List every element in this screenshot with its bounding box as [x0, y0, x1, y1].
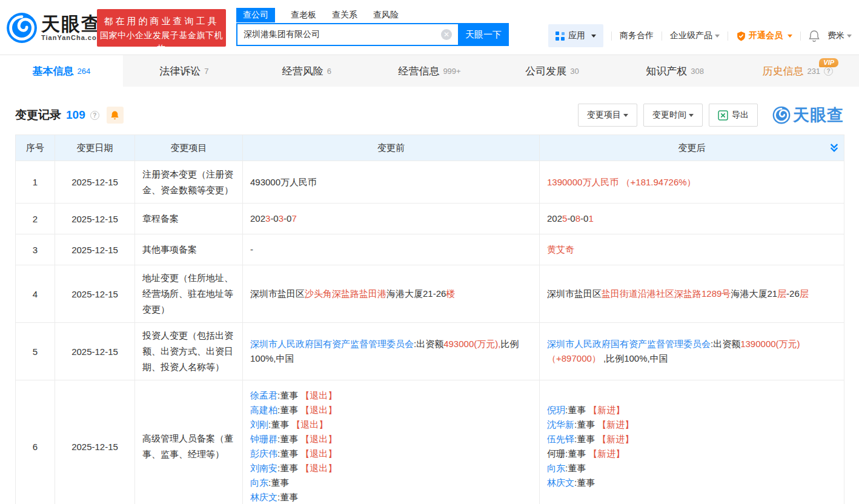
highlighted-text: 1 [588, 213, 593, 224]
search-module: 查公司 查老板 查关系 查风险 ✕ 天眼一下 [236, 7, 509, 46]
crown-icon [736, 31, 746, 41]
nav-cooperation[interactable]: 商务合作 [620, 30, 654, 41]
open-vip-button[interactable]: 开通会员 [736, 30, 792, 41]
page: 天眼查 TianYanCha.com 都在用的商业查询工具 国家中小企业发展子基… [0, 0, 859, 504]
filter-change-item-button[interactable]: 变更项目 [578, 104, 637, 127]
entity-link[interactable]: 彭庆伟 [250, 448, 277, 459]
monitor-bell-button[interactable] [107, 107, 124, 124]
logo-text-en: TianYanCha.com [41, 34, 103, 41]
after-line: 1390000万人民币 （+181.94726%） [547, 175, 837, 190]
change-date: 2025-12-15 [55, 161, 135, 204]
logo-swirl-icon [6, 12, 38, 44]
tianyancha-logo[interactable]: 天眼查 TianYanCha.com [6, 12, 103, 44]
entity-link[interactable]: 向东 [250, 477, 268, 488]
highlighted-text: 【退出】 [300, 448, 337, 459]
chevron-down-icon [689, 114, 694, 117]
watermark-logo: 天眼查 [772, 104, 844, 126]
search-tab-relation[interactable]: 查关系 [332, 8, 357, 22]
highlighted-text: 黄艾奇 [547, 244, 574, 254]
tab-company-development[interactable]: 公司发展30 [491, 55, 614, 87]
section-title: 变更记录 [15, 107, 61, 123]
before-line: 深圳市人民政府国有资产监督管理委员会:出资额493000(万元),比例100%,… [250, 337, 532, 366]
entity-link[interactable]: 高建柏 [250, 405, 277, 415]
search-tab-boss[interactable]: 查老板 [291, 8, 316, 22]
entity-link[interactable]: 伍先铎 [547, 434, 574, 444]
after-line: 沈华新:董事 【新进】 [547, 417, 837, 432]
search-input[interactable] [244, 30, 441, 39]
notification-bell-icon[interactable] [809, 30, 820, 42]
entity-link[interactable]: 向东 [547, 463, 565, 473]
tab-intellectual-property[interactable]: 知识产权308 [614, 55, 737, 87]
before-cell: 493000万人民币 [243, 161, 540, 204]
entity-link[interactable]: 倪玥 [547, 405, 565, 415]
help-icon[interactable]: ? [824, 67, 833, 76]
plain-text: :董事 [565, 405, 588, 415]
highlighted-text: 【新进】 [588, 448, 625, 459]
row-seq: 5 [16, 323, 55, 380]
tab-operation-risk[interactable]: 经营风险6 [245, 55, 368, 87]
before-cell: - [243, 234, 540, 265]
highlighted-text: 1390000万人民币 （+181.94726%） [547, 177, 696, 187]
change-date: 2025-12-15 [55, 234, 135, 265]
export-button[interactable]: 导出 [709, 104, 758, 127]
plain-text: 202 [250, 213, 265, 224]
chevron-down-icon [847, 35, 852, 38]
table-row: 22025-12-15章程备案2023-03-072025-08-01 [16, 204, 844, 234]
search-tab-risk[interactable]: 查风险 [373, 8, 399, 22]
highlighted-text: 【新进】 [588, 405, 625, 415]
plain-text: 海港大厦21 [731, 288, 777, 299]
user-menu[interactable]: 费米 [827, 30, 852, 41]
excel-icon [718, 110, 728, 121]
after-cell: 2025-08-01 [540, 204, 844, 234]
before-line: 493000万人民币 [250, 175, 532, 190]
change-item: 高级管理人员备案（董事、监事、经理等） [135, 380, 243, 504]
apps-label: 应用 [568, 30, 585, 41]
clear-search-icon[interactable]: ✕ [441, 29, 452, 40]
plain-text: :董事 [277, 405, 300, 415]
entity-link[interactable]: 林庆文 [547, 477, 574, 488]
search-button[interactable]: 天眼一下 [458, 23, 509, 46]
nav-enterprise-products[interactable]: 企业级产品 [670, 30, 720, 41]
before-line: - [250, 242, 532, 257]
entity-link[interactable]: 沈华新 [547, 419, 574, 429]
change-date: 2025-12-15 [55, 380, 135, 504]
entity-link[interactable]: 刘刚 [250, 419, 268, 429]
highlighted-text: 沙头角深盐路盐田港 [305, 288, 386, 299]
tab-legal-litigation[interactable]: 法律诉讼7 [123, 55, 246, 87]
after-cell: 1390000万人民币 （+181.94726%） [540, 161, 844, 204]
change-item: 章程备案 [135, 204, 243, 234]
apps-menu-button[interactable]: 应用 [548, 24, 603, 47]
help-icon[interactable]: ? [90, 111, 99, 120]
before-line: 刘刚:董事 【退出】 [250, 417, 532, 432]
entity-link[interactable]: 深圳市人民政府国有资产监督管理委员会 [547, 339, 711, 349]
col-change-date: 变更日期 [55, 135, 135, 161]
entity-link[interactable]: 刘南安 [250, 463, 277, 473]
search-tabs: 查公司 查老板 查关系 查风险 [236, 7, 509, 23]
section-count: 109 [66, 108, 85, 122]
top-nav: 应用 商务合作 企业级产品 开通会员 [548, 24, 852, 47]
plain-text: :董事 [277, 463, 300, 473]
entity-link[interactable]: 林庆文 [250, 492, 277, 502]
filter-change-time-button[interactable]: 变更时间 [643, 104, 703, 127]
col-after: 变更后 [540, 135, 844, 161]
plain-text: -0 [284, 213, 291, 224]
entity-link[interactable]: 钟珊群 [250, 434, 277, 444]
before-line: 高建柏:董事 【退出】 [250, 403, 532, 417]
after-line: 2025-08-01 [547, 211, 837, 226]
entity-link[interactable]: 徐孟君 [250, 390, 277, 400]
entity-link[interactable]: 深圳市人民政府国有资产监督管理委员会 [250, 339, 414, 349]
collapse-double-chevron-icon[interactable] [829, 143, 839, 153]
after-cell: 黄艾奇 [540, 234, 844, 265]
plain-text: 深圳市盐田区 [250, 288, 305, 299]
table-row: 52025-12-15投资人变更（包括出资额、出资方式、出资日期、投资人名称等）… [16, 323, 844, 380]
tab-history-info[interactable]: VIP 历史信息231 ? [736, 55, 859, 87]
detail-tab-strip: 基本信息264 法律诉讼7 经营风险6 经营信息999+ 公司发展30 知识产权… [0, 55, 859, 87]
search-tab-company[interactable]: 查公司 [236, 8, 275, 22]
highlighted-text: 【新进】 [597, 419, 634, 429]
after-cell: 深圳市盐田区盐田街道沿港社区深盐路1289号海港大厦21层-26层 [540, 265, 844, 323]
logo-text-cn: 天眼查 [41, 15, 103, 34]
tab-operation-info[interactable]: 经营信息999+ [368, 55, 491, 87]
highlighted-text: 盐田街道沿港社区深盐路1289号 [602, 288, 731, 299]
tab-basic-info[interactable]: 基本信息264 [0, 55, 123, 87]
highlighted-text: 【退出】 [300, 405, 337, 415]
